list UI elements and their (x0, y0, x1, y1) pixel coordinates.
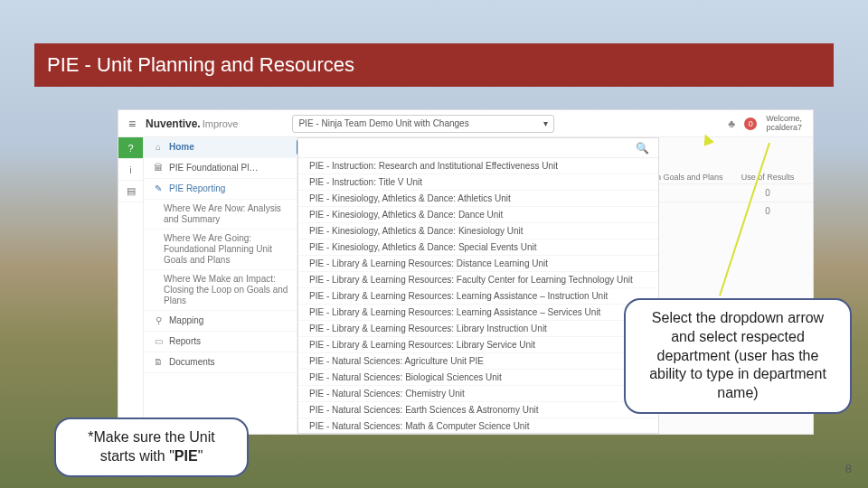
nav-sub-impact[interactable]: Where We Make an Impact: Closing the Loo… (144, 270, 297, 311)
dropdown-item[interactable]: PIE - Natural Sciences: Earth Sciences &… (298, 402, 658, 418)
callout-note-bold: PIE (175, 448, 198, 464)
nav-reporting[interactable]: ✎ PIE Reporting (144, 179, 297, 200)
dropdown-item[interactable]: PIE - Natural Sciences: Agriculture Unit… (298, 353, 658, 370)
dropdown-item[interactable]: PIE - Natural Sciences: Chemistry Unit (298, 386, 658, 402)
nav-mapping-label: Mapping (169, 315, 203, 326)
slide-title: PIE - Unit Planning and Resources (47, 53, 354, 77)
unit-selector[interactable]: PIE - Ninja Team Demo Unit with Changes … (292, 115, 554, 133)
col-results: Use of Results (731, 173, 804, 182)
nav-foundational[interactable]: 🏛 PIE Foundational Pl… (144, 158, 297, 179)
row-v3: 0 (731, 206, 804, 216)
search-icon[interactable]: 🔍 (636, 142, 649, 155)
nav-foundational-label: PIE Foundational Pl… (169, 163, 258, 174)
header-right: ♣ 0 Welcome, pcaldera7 (728, 115, 813, 133)
nav-reports-label: Reports (169, 336, 201, 347)
dropdown-item[interactable]: PIE - Instruction: Title V Unit (298, 174, 658, 191)
chevron-down-icon: ▾ (543, 118, 548, 128)
nav-reports[interactable]: ▭ Reports (144, 332, 297, 352)
brand-name: Nuventive. (146, 117, 201, 130)
dropdown-item[interactable]: PIE - Library & Learning Resources: Facu… (298, 272, 658, 288)
nav-sub-where-going[interactable]: Where We Are Going: Foundational Plannin… (144, 230, 297, 270)
dropdown-item[interactable]: PIE - Natural Sciences: Biological Scien… (298, 370, 658, 386)
menu-icon[interactable]: ≡ (118, 117, 146, 131)
callout-instructions-text: Select the dropdown arrow and select res… (649, 310, 826, 400)
dropdown-item[interactable]: PIE - Library & Learning Resources: Lear… (298, 305, 658, 321)
welcome-block[interactable]: Welcome, pcaldera7 (766, 115, 802, 133)
dropdown-list: PIE - Instruction: Research and Institut… (298, 158, 658, 433)
nav-panel: ⌂ Home 🏛 PIE Foundational Pl… ✎ PIE Repo… (144, 137, 297, 434)
page-number: 8 (845, 462, 852, 475)
dropdown-item[interactable]: PIE - Kinesiology, Athletics & Dance: At… (298, 191, 658, 207)
rail-doc-icon[interactable]: ▤ (118, 181, 143, 202)
slide-title-bar: PIE - Unit Planning and Resources (34, 43, 834, 87)
nav-home[interactable]: ⌂ Home (144, 137, 297, 158)
dropdown-item[interactable]: PIE - Library & Learning Resources: Dist… (298, 256, 658, 272)
dropdown-search-row[interactable]: 🔍 (298, 138, 658, 158)
callout-instructions: Select the dropdown arrow and select res… (624, 298, 852, 414)
rail-help-icon[interactable]: ? (118, 137, 143, 159)
callout-note-line3: " (198, 448, 203, 464)
mapping-icon: ⚲ (153, 315, 164, 326)
dropdown-item[interactable]: PIE - Library & Learning Resources: Libr… (298, 337, 658, 353)
pencil-icon: ✎ (153, 183, 164, 194)
nav-mapping[interactable]: ⚲ Mapping (144, 311, 297, 332)
nav-documents-label: Documents (169, 357, 215, 368)
reports-icon: ▭ (153, 336, 164, 347)
icon-rail: ? i ▤ (118, 137, 144, 434)
callout-note-line2: starts with " (100, 448, 175, 464)
unit-dropdown-panel: 🔍 PIE - Instruction: Research and Instit… (297, 137, 659, 434)
dropdown-item[interactable]: PIE - Kinesiology, Athletics & Dance: Da… (298, 207, 658, 223)
notification-badge[interactable]: 0 (744, 117, 757, 130)
nav-sub-where-now[interactable]: Where We Are Now: Analysis and Summary (144, 200, 297, 230)
callout-note: *Make sure the Unit starts with "PIE" (54, 418, 249, 477)
dropdown-item[interactable]: PIE - Kinesiology, Athletics & Dance: Ki… (298, 223, 658, 239)
brand-sub: Improve (203, 118, 239, 129)
nav-documents[interactable]: 🗎 Documents (144, 352, 297, 373)
unit-selector-label: PIE - Ninja Team Demo Unit with Changes (298, 118, 468, 128)
nav-home-label: Home (169, 142, 194, 153)
dropdown-item[interactable]: PIE - Natural Sciences: Math & Computer … (298, 418, 658, 433)
rail-info-icon[interactable]: i (118, 159, 143, 181)
institution-icon: 🏛 (153, 163, 164, 174)
welcome-user: pcaldera7 (766, 124, 802, 133)
dropdown-item[interactable]: PIE - Kinesiology, Athletics & Dance: Sp… (298, 239, 658, 256)
callout-note-line1: *Make sure the Unit (88, 429, 215, 445)
dropdown-item[interactable]: PIE - Library & Learning Resources: Lear… (298, 288, 658, 305)
dropdown-item[interactable]: PIE - Library & Learning Resources: Libr… (298, 321, 658, 337)
home-icon: ⌂ (153, 142, 164, 153)
row-v3: 0 (731, 188, 804, 198)
dropdown-item[interactable]: PIE - Instruction: Research and Institut… (298, 158, 658, 174)
documents-icon: 🗎 (153, 357, 164, 368)
bell-icon[interactable]: ♣ (728, 117, 735, 130)
nav-reporting-label: PIE Reporting (169, 183, 225, 194)
